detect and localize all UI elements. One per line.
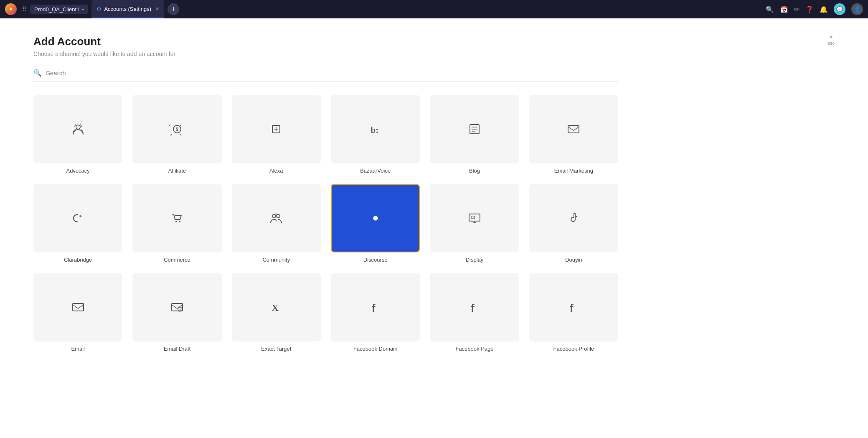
search-bar: 🔍 — [33, 69, 618, 81]
account-card-email-marketing[interactable]: Email Marketing — [529, 95, 618, 174]
card-label-exact-target: Exact Target — [261, 346, 291, 352]
svg-text:f: f — [570, 302, 574, 314]
nav-icons: 🔍 📅 ✏ ❓ 🔔 💬 👤 — [766, 3, 863, 15]
card-label-community: Community — [262, 257, 290, 263]
svg-point-0 — [76, 125, 80, 129]
card-label-blog: Blog — [469, 168, 480, 174]
card-icon-box-advocacy — [33, 95, 122, 163]
svg-point-10 — [175, 221, 177, 222]
gear-icon: ⚙ — [96, 6, 102, 12]
card-label-facebook-page: Facebook Page — [455, 346, 493, 352]
account-card-facebook-profile[interactable]: fFacebook Profile — [529, 273, 618, 352]
card-label-display: Display — [466, 257, 484, 263]
svg-text:X: X — [272, 302, 279, 313]
chat-icon[interactable]: 💬 — [834, 3, 845, 15]
card-label-bazaarvoice: BazaarVoice — [360, 168, 391, 174]
account-card-exact-target[interactable]: XExact Target — [232, 273, 321, 352]
page-title: Add Account — [33, 35, 835, 48]
app-name-selector[interactable]: Prod0_QA_Client1 ▾ — [30, 5, 88, 14]
card-icon-box-facebook-domain: f — [331, 273, 420, 341]
card-icon-box-community — [232, 184, 321, 252]
tab-close-icon[interactable]: ✕ — [155, 6, 159, 12]
svg-point-12 — [272, 214, 276, 218]
app-logo: ✦ — [5, 3, 17, 15]
svg-text:b:: b: — [371, 125, 379, 135]
card-icon-box-email — [33, 273, 122, 341]
card-label-affiliate: Affiliate — [168, 168, 186, 174]
top-navigation: ✦ ⠿ Prod0_QA_Client1 ▾ ⚙ Accounts (Setti… — [0, 0, 868, 18]
account-card-facebook-domain[interactable]: fFacebook Domain — [331, 273, 420, 352]
avatar[interactable]: 👤 — [851, 3, 863, 15]
account-card-bazaarvoice[interactable]: b:BazaarVoice — [331, 95, 420, 174]
account-card-douyin[interactable]: Douyin — [529, 184, 618, 263]
account-card-email[interactable]: Email — [33, 273, 122, 352]
card-icon-box-exact-target: X — [232, 273, 321, 341]
account-card-community[interactable]: Community — [232, 184, 321, 263]
card-icon-box-email-marketing — [529, 95, 618, 163]
card-label-commerce: Commerce — [164, 257, 190, 263]
card-icon-box-facebook-profile: f — [529, 273, 618, 341]
card-icon-box-blog — [430, 95, 519, 163]
card-icon-box-commerce — [132, 184, 221, 252]
close-button[interactable]: ✕ esc — [827, 33, 835, 46]
plus-icon: + — [171, 5, 176, 14]
account-card-commerce[interactable]: Commerce — [132, 184, 221, 263]
svg-rect-9 — [568, 125, 579, 133]
chevron-down-icon: ▾ — [82, 7, 84, 12]
search-icon[interactable]: 🔍 — [766, 5, 774, 13]
svg-text:$: $ — [176, 127, 178, 132]
help-icon[interactable]: ❓ — [805, 5, 814, 13]
accounts-tab[interactable]: ⚙ Accounts (Settings) ✕ — [91, 0, 164, 18]
svg-text:@: @ — [178, 308, 182, 312]
card-label-facebook-domain: Facebook Domain — [353, 346, 398, 352]
card-icon-box-affiliate: $ — [132, 95, 221, 163]
card-label-email-draft: Email Draft — [164, 346, 190, 352]
svg-point-11 — [179, 221, 180, 222]
account-card-advocacy[interactable]: Advocacy — [33, 95, 122, 174]
account-grid: Advocacy$AffiliateAlexab:BazaarVoiceBlog… — [33, 95, 618, 352]
card-label-alexa: Alexa — [269, 168, 283, 174]
search-input[interactable] — [46, 69, 618, 76]
edit-icon[interactable]: ✏ — [794, 5, 799, 13]
add-tab-button[interactable]: + — [168, 3, 179, 15]
bell-icon[interactable]: 🔔 — [820, 5, 828, 13]
card-label-clarabridge: Clarabridge — [64, 257, 92, 263]
card-label-douyin: Douyin — [565, 257, 582, 263]
account-card-email-draft[interactable]: @Email Draft — [132, 273, 221, 352]
app-name-label: Prod0_QA_Client1 — [34, 6, 79, 13]
svg-text:f: f — [471, 302, 475, 314]
card-icon-box-discourse — [331, 184, 420, 252]
calendar-icon[interactable]: 📅 — [780, 5, 788, 13]
card-icon-box-douyin — [529, 184, 618, 252]
close-icon: ✕ — [829, 34, 833, 40]
esc-label: esc — [827, 41, 835, 46]
tab-label: Accounts (Settings) — [104, 6, 151, 12]
card-icon-box-alexa — [232, 95, 321, 163]
svg-text:f: f — [372, 302, 376, 314]
account-card-affiliate[interactable]: $Affiliate — [132, 95, 221, 174]
account-card-discourse[interactable]: Discourse — [331, 184, 420, 263]
card-label-email-marketing: Email Marketing — [554, 168, 593, 174]
page-subtitle: Choose a channel you would like to add a… — [33, 51, 835, 57]
account-card-clarabridge[interactable]: Clarabridge — [33, 184, 122, 263]
card-label-advocacy: Advocacy — [66, 168, 89, 174]
svg-point-14 — [275, 213, 277, 215]
account-card-alexa[interactable]: Alexa — [232, 95, 321, 174]
main-content: ✕ esc Add Account Choose a channel you w… — [0, 18, 868, 438]
search-icon: 🔍 — [33, 69, 42, 77]
card-icon-box-display — [430, 184, 519, 252]
account-card-facebook-page[interactable]: fFacebook Page — [430, 273, 519, 352]
card-label-discourse: Discourse — [363, 257, 388, 263]
card-label-facebook-profile: Facebook Profile — [553, 346, 594, 352]
card-label-email: Email — [71, 346, 85, 352]
card-icon-box-clarabridge — [33, 184, 122, 252]
grid-icon[interactable]: ⠿ — [22, 5, 27, 13]
card-icon-box-facebook-page: f — [430, 273, 519, 341]
card-icon-box-bazaarvoice: b: — [331, 95, 420, 163]
svg-rect-17 — [73, 303, 84, 311]
account-card-blog[interactable]: Blog — [430, 95, 519, 174]
svg-point-13 — [277, 214, 280, 218]
svg-rect-16 — [471, 216, 475, 219]
account-card-display[interactable]: Display — [430, 184, 519, 263]
card-icon-box-email-draft: @ — [132, 273, 221, 341]
